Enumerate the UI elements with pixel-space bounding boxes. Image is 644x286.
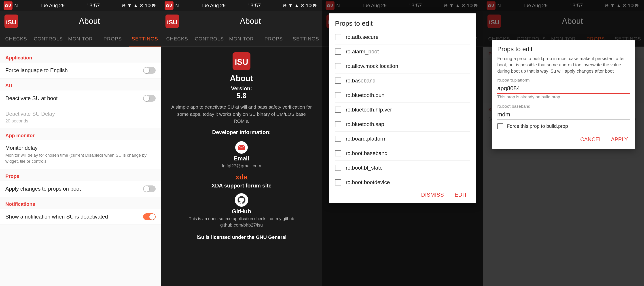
svg-text:iSU: iSU	[6, 19, 16, 26]
tab-settings-2[interactable]: SETTINGS	[290, 31, 322, 46]
app-icon-1: iSU	[4, 1, 12, 10]
prop-item-3[interactable]: ro.baseband	[335, 73, 470, 88]
prop-label-2: ro.allow.mock.location	[346, 63, 398, 69]
wifi-icon-2: ▼	[288, 3, 293, 8]
toggle-notification[interactable]	[143, 213, 156, 220]
edit-field-label-1: ro.boot.baseband	[497, 104, 630, 109]
checkbox-8[interactable]	[335, 150, 341, 156]
force-build-prop-checkbox[interactable]	[497, 123, 503, 129]
checkbox-4[interactable]	[335, 92, 341, 98]
cancel-button[interactable]: CANCEL	[578, 135, 604, 144]
setting-deactivate-su-boot: Deactivate SU at boot	[0, 90, 161, 106]
status-date-1: Tue Aug 29	[40, 3, 64, 8]
edit-input-1[interactable]	[497, 110, 630, 120]
prop-item-6[interactable]: ro.bluetooth.sap	[335, 117, 470, 132]
toggle-apply-props[interactable]	[143, 185, 156, 192]
prop-item-0[interactable]: ro.adb.secure	[335, 30, 470, 44]
checkbox-9[interactable]	[335, 165, 341, 171]
about-email-address: fglfgl27@gmail.com	[222, 163, 261, 168]
nav-tabs-2: CHECKS CONTROLS MONITOR PROPS SETTINGS	[161, 31, 322, 47]
status-left-2: iSU N	[164, 1, 179, 10]
edit-props-dialog: Props to edit Forcing a prop to build.pr…	[492, 40, 635, 149]
toggle-force-language[interactable]	[143, 67, 156, 74]
edit-input-0[interactable]	[497, 84, 630, 94]
edit-button[interactable]: EDIT	[452, 190, 470, 200]
prop-item-4[interactable]: ro.bluetooth.dun	[335, 88, 470, 103]
email-icon	[235, 141, 248, 154]
svg-text:iSU: iSU	[235, 57, 248, 67]
status-left-1: iSU N	[4, 1, 18, 10]
prop-label-3: ro.baseband	[346, 77, 376, 84]
tab-props-1[interactable]: PROPS	[96, 31, 129, 46]
prop-label-9: ro.boot.bl_state	[346, 165, 382, 171]
checkbox-2[interactable]	[335, 63, 341, 69]
edit-dialog-desc: Forcing a prop to build.prop in most cas…	[492, 55, 635, 78]
panel-settings: iSU N Tue Aug 29 13:57 ⊖ ▼ ▲ ⊙ 100% iSU …	[0, 0, 161, 286]
checkbox-6[interactable]	[335, 121, 341, 127]
tab-checks-1[interactable]: CHECKS	[0, 31, 32, 46]
checkbox-1[interactable]	[335, 48, 341, 55]
about-logo: iSU	[232, 52, 250, 70]
prop-item-2[interactable]: ro.allow.mock.location	[335, 59, 470, 73]
tab-monitor-2[interactable]: MONITOR	[226, 31, 258, 46]
setting-label-apply-props: Apply changes to props on boot	[5, 186, 81, 192]
prop-item-1[interactable]: ro.alarm_boot	[335, 44, 470, 59]
checkbox-7[interactable]	[335, 136, 341, 142]
dismiss-button[interactable]: DISMISS	[418, 190, 446, 200]
setting-label-monitor: Monitor delay	[5, 145, 156, 151]
dialog-actions-3: DISMISS EDIT	[329, 186, 476, 203]
prop-item-7[interactable]: ro.board.platform	[335, 132, 470, 146]
clock-icon-2: ⊙	[300, 3, 304, 8]
prop-item-10[interactable]: ro.boot.bootdevice	[335, 175, 470, 186]
checkbox-10[interactable]	[335, 179, 341, 185]
toggle-deactivate-su[interactable]	[143, 95, 156, 102]
edit-field-0: ro.board.platform This prop is already o…	[492, 78, 635, 104]
tab-monitor-1[interactable]: MONITOR	[64, 31, 96, 46]
prop-item-5[interactable]: ro.bluetooth.hfp.ver	[335, 103, 470, 117]
status-time-2: 13:57	[248, 2, 261, 9]
prop-label-6: ro.bluetooth.sap	[346, 121, 384, 127]
edit-dialog-title: Props to edit	[492, 40, 635, 55]
setting-label-deact-delay: Deactivate SU Delay	[5, 111, 156, 117]
prop-label-5: ro.bluetooth.hfp.ver	[346, 107, 392, 113]
signal-icon-2: ⊖	[283, 3, 287, 8]
app-title-1: About	[22, 16, 156, 26]
section-props-1: Props	[0, 169, 161, 181]
about-version-num: 5.8	[236, 92, 246, 100]
tab-settings-1[interactable]: SETTINGS	[129, 31, 161, 46]
checkbox-0[interactable]	[335, 34, 341, 40]
section-notifications-1: Notifications	[0, 197, 161, 209]
prop-item-8[interactable]: ro.boot.baseband	[335, 146, 470, 161]
prop-item-9[interactable]: ro.boot.bl_state	[335, 161, 470, 175]
github-icon	[235, 193, 248, 207]
dialog-props-list: ro.adb.secure ro.alarm_boot ro.allow.moc…	[329, 30, 476, 186]
prop-label-1: ro.alarm_boot	[346, 48, 379, 55]
app-bar-2: iSU About	[161, 11, 322, 31]
apply-button[interactable]: APPLY	[609, 135, 630, 144]
edit-field-label-0: ro.board.platform	[497, 78, 630, 83]
tab-controls-1[interactable]: CONTROLS	[32, 31, 64, 46]
checkbox-3[interactable]	[335, 77, 341, 84]
checkbox-5[interactable]	[335, 107, 341, 113]
about-github-item: GitHub This is an open source applicatio…	[189, 193, 294, 228]
tab-props-2[interactable]: PROPS	[258, 31, 290, 46]
section-app-monitor-1: App monitor	[0, 128, 161, 140]
dialog-title-3: Props to edit	[329, 13, 476, 30]
clock-icon-1: ⊙	[140, 3, 144, 8]
prop-label-10: ro.boot.bootdevice	[346, 179, 390, 185]
prop-label-0: ro.adb.secure	[346, 34, 378, 40]
xda-icon: xda	[235, 173, 248, 181]
panel-about: iSU N Tue Aug 29 13:57 ⊖ ▼ ▲ ⊙ 100% iSU …	[161, 0, 322, 286]
force-build-prop-label: Force this prop to build.prop	[507, 123, 568, 129]
prop-label-7: ro.board.platform	[346, 136, 386, 142]
force-build-prop-row[interactable]: Force this prop to build.prop	[492, 121, 635, 132]
tab-controls-2[interactable]: CONTROLS	[193, 31, 226, 46]
svg-text:iSU: iSU	[167, 19, 178, 26]
setting-desc-monitor: Monitor will delay for chosen time (curr…	[5, 152, 156, 164]
status-right-2: ⊖ ▼ ▲ ⊙ 100%	[283, 3, 318, 8]
prop-label-8: ro.boot.baseband	[346, 150, 388, 156]
about-email-label: Email	[234, 155, 249, 162]
about-github-desc: This is an open source application check…	[189, 216, 294, 221]
props-list-dialog: Props to edit ro.adb.secure ro.alarm_boo…	[329, 13, 476, 203]
tab-checks-2[interactable]: CHECKS	[161, 31, 193, 46]
